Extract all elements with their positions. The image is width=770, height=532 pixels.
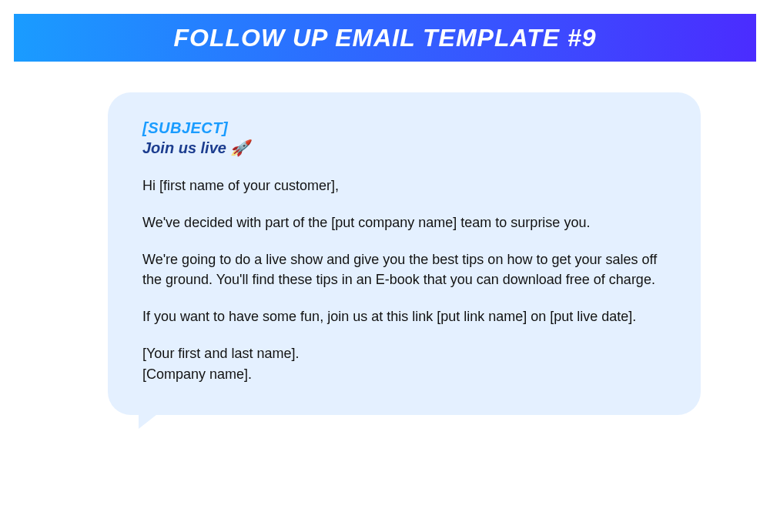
subject-line: Join us live 🚀 (142, 139, 666, 157)
signature-block: [Your first and last name]. [Company nam… (142, 343, 666, 383)
body-paragraph-2: We're going to do a live show and give y… (142, 249, 666, 289)
body-paragraph-3: If you want to have some fun, join us at… (142, 306, 666, 326)
signature-name: [Your first and last name]. (142, 343, 666, 363)
subject-label: [SUBJECT] (142, 119, 666, 137)
greeting-line: Hi [first name of your customer], (142, 176, 666, 196)
header-title: FOLLOW UP EMAIL TEMPLATE #9 (173, 24, 596, 52)
email-body: Hi [first name of your customer], We've … (142, 176, 666, 384)
signature-company: [Company name]. (142, 364, 666, 384)
email-template-bubble: [SUBJECT] Join us live 🚀 Hi [first name … (108, 92, 701, 415)
header-banner: FOLLOW UP EMAIL TEMPLATE #9 (14, 14, 756, 62)
content-wrapper: [SUBJECT] Join us live 🚀 Hi [first name … (0, 62, 770, 415)
body-paragraph-1: We've decided with part of the [put comp… (142, 212, 666, 233)
